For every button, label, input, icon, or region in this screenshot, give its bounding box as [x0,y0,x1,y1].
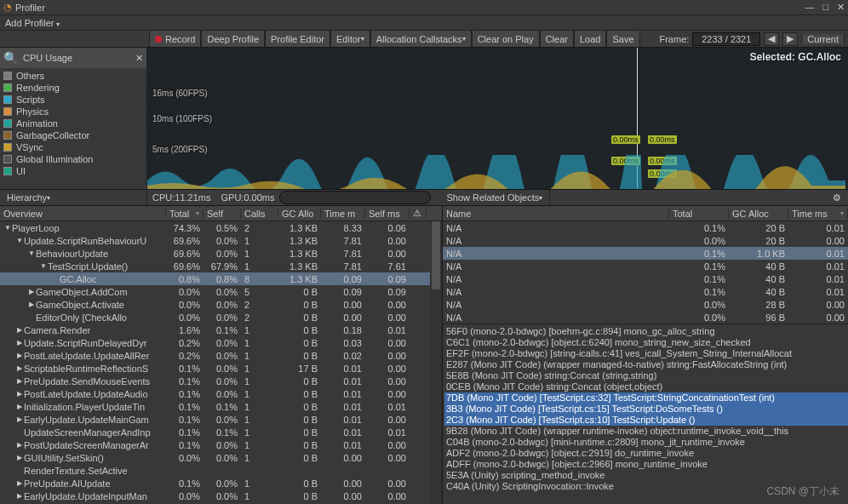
maximize-icon[interactable]: □ [822,2,828,13]
col-gcalloc-r[interactable]: GC Alloc [729,209,788,219]
table-row[interactable]: N/A 0.1% 40 B 0.01 [443,272,848,285]
stack-line[interactable]: 5E8B (Mono JIT Code) string:Concat (stri… [444,370,848,381]
allocation-callstacks-dropdown[interactable]: Allocation Callstacks [370,31,472,47]
col-name[interactable]: Name [443,209,669,219]
fold-icon[interactable]: ▶ [15,441,24,449]
table-row[interactable]: ▶PreUpdate.SendMouseEvents 0.1% 0.0% 1 0… [0,375,442,387]
fold-icon[interactable]: ▼ [3,224,12,232]
clear-button[interactable]: Clear [540,31,574,47]
gear-icon[interactable]: ⚙ [826,192,848,203]
view-mode-dropdown[interactable]: Hierarchy [0,190,147,205]
record-button[interactable]: Record [149,31,201,47]
stack-line[interactable]: 7DB (Mono JIT Code) [TestScript.cs:32] T… [444,392,848,404]
related-objects-dropdown[interactable]: Show Related Objects [439,190,550,205]
col-self[interactable]: Self [203,209,241,219]
table-row[interactable]: ▶GUIUtility.SetSkin() 0.0% 0.0% 1 0 B 0.… [0,451,442,464]
stack-line[interactable]: 3B3 (Mono JIT Code) [TestScript.cs:15] T… [444,404,848,415]
table-row[interactable]: N/A 0.0% 20 B 0.00 [443,234,848,247]
table-row[interactable]: ▼Update.ScriptRunBehaviourU 69.6% 0.0% 1… [0,234,442,247]
table-row[interactable]: GC.Alloc 0.8% 0.8% 8 1.3 KB 0.09 0.09 [0,272,442,285]
table-row[interactable]: ▶GameObject.AddCom 0.0% 0.0% 5 0 B 0.09 … [0,285,442,298]
minimize-icon[interactable]: — [805,2,814,13]
stack-line[interactable]: EF2F (mono-2.0-bdwgc) [string-icalls.c:4… [444,348,848,359]
scrollbar-v[interactable] [430,221,442,504]
fold-icon[interactable]: ▶ [15,390,24,398]
fold-icon[interactable]: ▶ [15,339,24,346]
table-row[interactable]: ▶Initialization.PlayerUpdateTin 0.1% 0.1… [0,400,442,413]
category-item[interactable]: Rendering [3,82,143,94]
fold-icon[interactable]: ▶ [27,301,36,308]
search-input[interactable] [279,191,431,204]
col-selfms[interactable]: Self ms [365,209,410,219]
stack-line[interactable]: 0CEB (Mono JIT Code) string:Concat (obje… [444,381,848,392]
fold-icon[interactable]: ▶ [15,492,24,500]
table-row[interactable]: N/A 0.1% 40 B 0.01 [443,260,848,272]
category-item[interactable]: Global Illumination [3,153,143,165]
table-row[interactable]: ▶PostLateUpdate.UpdateAudio 0.1% 0.0% 1 … [0,387,442,400]
profile-editor-button[interactable]: Profile Editor [265,31,330,47]
category-item[interactable]: Scripts [3,94,143,106]
col-overview[interactable]: Overview [0,209,166,219]
fold-icon[interactable]: ▶ [15,454,24,461]
stack-line[interactable]: C6C1 (mono-2.0-bdwgc) [object.c:6240] mo… [444,337,848,348]
fold-icon[interactable]: ▶ [15,364,24,372]
fold-icon[interactable]: ▶ [15,403,24,410]
table-row[interactable]: RenderTexture.SetActive [0,464,442,477]
current-button[interactable]: Current [801,34,845,44]
fold-icon[interactable]: ▶ [15,415,24,423]
table-row[interactable]: N/A 0.1% 1.0 KB 0.01 [443,247,848,260]
table-row[interactable]: ▶Camera.Render 1.6% 0.1% 1 0 B 0.18 0.01 [0,324,442,336]
table-row[interactable]: ▶PostUpdateScreenManagerAr 0.1% 0.0% 1 0… [0,438,442,451]
col-total-r[interactable]: Total [669,209,729,219]
table-row[interactable]: UpdateScreenManagerAndInp 0.1% 0.1% 1 0 … [0,426,442,438]
fold-icon[interactable]: ▼ [27,249,36,257]
table-row[interactable]: ▼TestScript.Update() 69.6% 67.9% 1 1.3 K… [0,260,442,272]
table-row[interactable]: ▶Update.ScriptRunDelayedDyr 0.2% 0.0% 1 … [0,336,442,349]
col-timems[interactable]: Time m [321,209,365,219]
col-calls[interactable]: Calls [241,209,278,219]
load-button[interactable]: Load [574,31,606,47]
col-warn[interactable]: ⚠ [410,208,427,219]
category-item[interactable]: GarbageCollector [3,129,143,141]
fold-icon[interactable]: ▶ [15,352,24,359]
category-item[interactable]: Animation [3,117,143,129]
editor-dropdown[interactable]: Editor [330,31,370,47]
table-row[interactable]: ▶PreUpdate.AIUpdate 0.1% 0.0% 1 0 B 0.00… [0,477,442,490]
fold-icon[interactable]: ▶ [27,288,36,295]
category-item[interactable]: Others [3,70,143,82]
stack-line[interactable]: 9B28 (Mono JIT Code) (wrapper runtime-in… [444,426,848,437]
table-row[interactable]: ▶ScriptableRuntimeReflectionS 0.1% 0.0% … [0,362,442,375]
save-button[interactable]: Save [606,31,639,47]
table-row[interactable]: N/A 0.0% 96 B 0.00 [443,311,848,324]
fold-icon[interactable]: ▶ [15,326,24,334]
fold-icon[interactable]: ▼ [15,237,24,244]
col-total[interactable]: Total▾ [166,209,203,219]
profiler-graph[interactable]: Selected: GC.Alloc 16ms (60FPS) 10ms (10… [147,48,848,189]
table-row[interactable]: N/A 0.0% 28 B 0.00 [443,298,848,311]
frame-prev-button[interactable]: ◀ [764,32,779,46]
table-row[interactable]: EditorOnly [CheckAllo 0.0% 0.0% 2 0 B 0.… [0,311,442,324]
table-row[interactable]: N/A 0.1% 40 B 0.01 [443,285,848,298]
table-row[interactable]: ▶EarlyUpdate.UpdateInputMan 0.0% 0.0% 1 … [0,490,442,502]
table-row[interactable]: ▼PlayerLoop 74.3% 0.5% 2 1.3 KB 8.33 0.0… [0,221,442,234]
fold-icon[interactable]: ▼ [39,262,48,270]
table-row[interactable]: N/A 0.1% 20 B 0.01 [443,221,848,234]
table-row[interactable]: ▼BehaviourUpdate 69.6% 0.0% 1 1.3 KB 7.8… [0,247,442,260]
col-timems-r[interactable]: Time ms▾ [788,209,848,219]
stack-line[interactable]: 56F0 (mono-2.0-bdwgc) [boehm-gc.c:894] m… [444,326,848,337]
close-icon[interactable]: ✕ [837,2,845,13]
table-row[interactable]: ▶GameObject.Activate 0.0% 0.0% 2 0 B 0.0… [0,298,442,311]
category-item[interactable]: Physics [3,106,143,117]
sidebar-close-icon[interactable]: ✕ [135,53,143,64]
stack-line[interactable]: ADF2 (mono-2.0-bdwgc) [object.c:2919] do… [444,448,848,459]
fold-icon[interactable]: ▶ [15,479,24,487]
frame-input[interactable] [692,32,760,46]
stack-line[interactable]: 2C3 (Mono JIT Code) [TestScript.cs:10] T… [444,415,848,426]
frame-next-button[interactable]: ▶ [782,32,798,46]
deep-profile-button[interactable]: Deep Profile [201,31,265,47]
stack-line[interactable]: 5E3A (Unity) scripting_method_invoke [444,470,848,481]
add-profiler-menu[interactable]: Add Profiler [0,18,65,28]
stack-line[interactable]: C04B (mono-2.0-bdwgc) [mini-runtime.c:28… [444,437,848,448]
category-item[interactable]: VSync [3,141,143,153]
fold-icon[interactable]: ▶ [15,377,24,385]
